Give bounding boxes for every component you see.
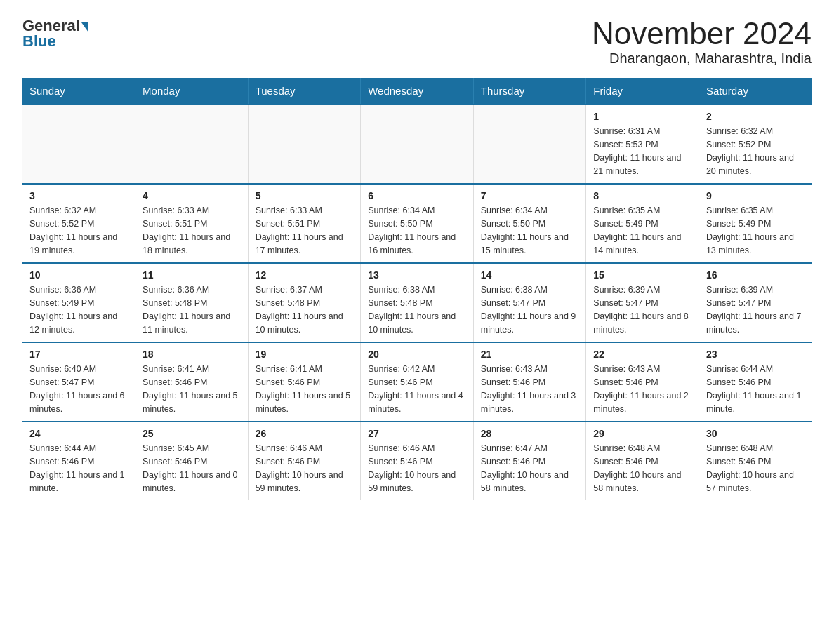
day-number: 30 <box>706 428 805 439</box>
table-row: 11Sunrise: 6:36 AM Sunset: 5:48 PM Dayli… <box>135 263 249 342</box>
day-info: Sunrise: 6:47 AM Sunset: 5:46 PM Dayligh… <box>481 442 579 495</box>
day-info: Sunrise: 6:44 AM Sunset: 5:46 PM Dayligh… <box>29 442 128 495</box>
calendar-subtitle: Dharangaon, Maharashtra, India <box>592 51 812 67</box>
day-info: Sunrise: 6:34 AM Sunset: 5:50 PM Dayligh… <box>368 204 466 257</box>
table-row <box>473 105 586 184</box>
col-thursday: Thursday <box>473 78 586 105</box>
day-number: 27 <box>368 428 466 439</box>
table-row: 4Sunrise: 6:33 AM Sunset: 5:51 PM Daylig… <box>135 184 249 263</box>
calendar-week-row: 24Sunrise: 6:44 AM Sunset: 5:46 PM Dayli… <box>22 422 812 500</box>
day-number: 5 <box>256 190 354 201</box>
calendar-title: November 2024 <box>592 17 812 51</box>
table-row: 27Sunrise: 6:46 AM Sunset: 5:46 PM Dayli… <box>361 422 474 500</box>
page-header: General Blue November 2024 Dharangaon, M… <box>22 17 812 67</box>
day-info: Sunrise: 6:44 AM Sunset: 5:46 PM Dayligh… <box>706 363 805 415</box>
day-number: 24 <box>29 428 128 439</box>
day-number: 15 <box>593 269 691 281</box>
table-row: 17Sunrise: 6:40 AM Sunset: 5:47 PM Dayli… <box>22 342 135 422</box>
table-row: 2Sunrise: 6:32 AM Sunset: 5:52 PM Daylig… <box>699 105 812 184</box>
table-row <box>135 105 249 184</box>
day-number: 25 <box>143 428 241 439</box>
table-row: 14Sunrise: 6:38 AM Sunset: 5:47 PM Dayli… <box>473 263 586 342</box>
day-info: Sunrise: 6:31 AM Sunset: 5:53 PM Dayligh… <box>593 125 691 177</box>
day-info: Sunrise: 6:43 AM Sunset: 5:46 PM Dayligh… <box>481 363 579 415</box>
table-row: 21Sunrise: 6:43 AM Sunset: 5:46 PM Dayli… <box>473 342 586 422</box>
day-number: 20 <box>368 349 466 360</box>
day-info: Sunrise: 6:39 AM Sunset: 5:47 PM Dayligh… <box>706 283 805 336</box>
table-row <box>248 105 361 184</box>
day-info: Sunrise: 6:46 AM Sunset: 5:46 PM Dayligh… <box>256 442 354 495</box>
day-number: 6 <box>368 190 466 201</box>
table-row: 28Sunrise: 6:47 AM Sunset: 5:46 PM Dayli… <box>473 422 586 500</box>
day-info: Sunrise: 6:43 AM Sunset: 5:46 PM Dayligh… <box>593 363 691 415</box>
day-number: 28 <box>481 428 579 439</box>
day-number: 19 <box>256 349 354 360</box>
table-row <box>22 105 135 184</box>
table-row: 23Sunrise: 6:44 AM Sunset: 5:46 PM Dayli… <box>699 342 812 422</box>
table-row: 13Sunrise: 6:38 AM Sunset: 5:48 PM Dayli… <box>361 263 474 342</box>
day-number: 23 <box>706 349 805 360</box>
day-number: 26 <box>256 428 354 439</box>
col-friday: Friday <box>586 78 699 105</box>
table-row: 20Sunrise: 6:42 AM Sunset: 5:46 PM Dayli… <box>361 342 474 422</box>
table-row: 26Sunrise: 6:46 AM Sunset: 5:46 PM Dayli… <box>248 422 361 500</box>
day-number: 18 <box>143 349 241 360</box>
day-info: Sunrise: 6:35 AM Sunset: 5:49 PM Dayligh… <box>593 204 691 257</box>
day-number: 14 <box>481 269 579 281</box>
day-info: Sunrise: 6:48 AM Sunset: 5:46 PM Dayligh… <box>593 442 691 495</box>
table-row: 5Sunrise: 6:33 AM Sunset: 5:51 PM Daylig… <box>248 184 361 263</box>
day-number: 10 <box>29 269 128 281</box>
table-row: 16Sunrise: 6:39 AM Sunset: 5:47 PM Dayli… <box>699 263 812 342</box>
day-number: 13 <box>368 269 466 281</box>
table-row: 7Sunrise: 6:34 AM Sunset: 5:50 PM Daylig… <box>473 184 586 263</box>
table-row: 25Sunrise: 6:45 AM Sunset: 5:46 PM Dayli… <box>135 422 249 500</box>
day-info: Sunrise: 6:38 AM Sunset: 5:47 PM Dayligh… <box>481 283 579 336</box>
logo-arrow-icon <box>81 22 88 32</box>
table-row: 24Sunrise: 6:44 AM Sunset: 5:46 PM Dayli… <box>22 422 135 500</box>
table-row: 6Sunrise: 6:34 AM Sunset: 5:50 PM Daylig… <box>361 184 474 263</box>
day-number: 17 <box>29 349 128 360</box>
day-number: 22 <box>593 349 691 360</box>
table-row: 29Sunrise: 6:48 AM Sunset: 5:46 PM Dayli… <box>586 422 699 500</box>
calendar-week-row: 1Sunrise: 6:31 AM Sunset: 5:53 PM Daylig… <box>22 105 812 184</box>
day-info: Sunrise: 6:36 AM Sunset: 5:48 PM Dayligh… <box>143 283 241 336</box>
calendar-header-row: Sunday Monday Tuesday Wednesday Thursday… <box>22 78 812 105</box>
day-number: 7 <box>481 190 579 201</box>
table-row: 10Sunrise: 6:36 AM Sunset: 5:49 PM Dayli… <box>22 263 135 342</box>
day-info: Sunrise: 6:48 AM Sunset: 5:46 PM Dayligh… <box>706 442 805 495</box>
calendar-week-row: 17Sunrise: 6:40 AM Sunset: 5:47 PM Dayli… <box>22 342 812 422</box>
table-row: 1Sunrise: 6:31 AM Sunset: 5:53 PM Daylig… <box>586 105 699 184</box>
col-sunday: Sunday <box>22 78 135 105</box>
day-info: Sunrise: 6:46 AM Sunset: 5:46 PM Dayligh… <box>368 442 466 495</box>
day-info: Sunrise: 6:36 AM Sunset: 5:49 PM Dayligh… <box>29 283 128 336</box>
day-info: Sunrise: 6:41 AM Sunset: 5:46 PM Dayligh… <box>143 363 241 415</box>
day-number: 8 <box>593 190 691 201</box>
day-number: 16 <box>706 269 805 281</box>
table-row: 19Sunrise: 6:41 AM Sunset: 5:46 PM Dayli… <box>248 342 361 422</box>
day-info: Sunrise: 6:42 AM Sunset: 5:46 PM Dayligh… <box>368 363 466 415</box>
col-saturday: Saturday <box>699 78 812 105</box>
day-number: 3 <box>29 190 128 201</box>
day-info: Sunrise: 6:33 AM Sunset: 5:51 PM Dayligh… <box>143 204 241 257</box>
day-info: Sunrise: 6:45 AM Sunset: 5:46 PM Dayligh… <box>143 442 241 495</box>
table-row: 12Sunrise: 6:37 AM Sunset: 5:48 PM Dayli… <box>248 263 361 342</box>
calendar-week-row: 3Sunrise: 6:32 AM Sunset: 5:52 PM Daylig… <box>22 184 812 263</box>
day-number: 2 <box>706 111 805 122</box>
table-row: 9Sunrise: 6:35 AM Sunset: 5:49 PM Daylig… <box>699 184 812 263</box>
day-number: 21 <box>481 349 579 360</box>
table-row: 30Sunrise: 6:48 AM Sunset: 5:46 PM Dayli… <box>699 422 812 500</box>
day-info: Sunrise: 6:32 AM Sunset: 5:52 PM Dayligh… <box>29 204 128 257</box>
logo: General Blue <box>22 17 88 51</box>
table-row: 15Sunrise: 6:39 AM Sunset: 5:47 PM Dayli… <box>586 263 699 342</box>
day-info: Sunrise: 6:34 AM Sunset: 5:50 PM Dayligh… <box>481 204 579 257</box>
day-info: Sunrise: 6:33 AM Sunset: 5:51 PM Dayligh… <box>256 204 354 257</box>
day-info: Sunrise: 6:35 AM Sunset: 5:49 PM Dayligh… <box>706 204 805 257</box>
day-number: 29 <box>593 428 691 439</box>
day-number: 11 <box>143 269 241 281</box>
day-number: 9 <box>706 190 805 201</box>
table-row: 8Sunrise: 6:35 AM Sunset: 5:49 PM Daylig… <box>586 184 699 263</box>
day-info: Sunrise: 6:37 AM Sunset: 5:48 PM Dayligh… <box>256 283 354 336</box>
table-row: 3Sunrise: 6:32 AM Sunset: 5:52 PM Daylig… <box>22 184 135 263</box>
day-info: Sunrise: 6:40 AM Sunset: 5:47 PM Dayligh… <box>29 363 128 415</box>
calendar-table: Sunday Monday Tuesday Wednesday Thursday… <box>22 78 812 500</box>
